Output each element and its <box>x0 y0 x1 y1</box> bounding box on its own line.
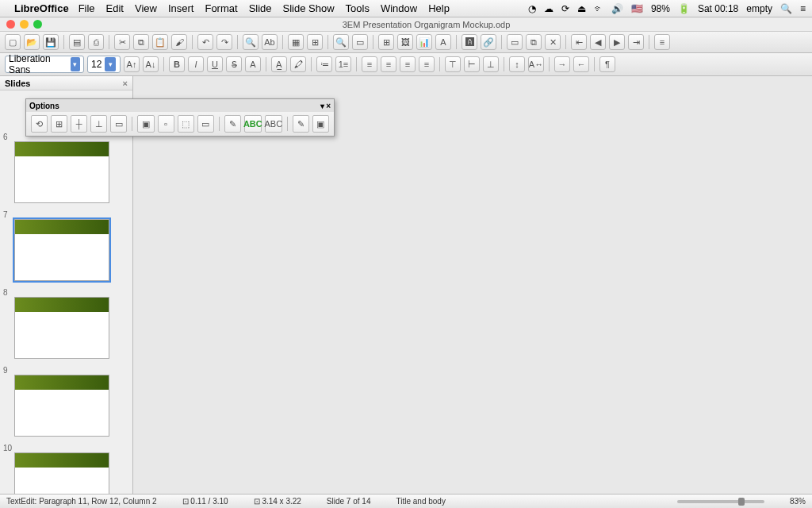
slide-thumb-7[interactable] <box>14 219 109 281</box>
app-name[interactable]: LibreOffice <box>14 2 69 14</box>
cut-button[interactable]: ✂ <box>114 34 130 50</box>
minimize-window-button[interactable] <box>20 20 29 29</box>
close-window-button[interactable] <box>6 20 15 29</box>
image-button[interactable]: 🖼 <box>397 34 413 50</box>
last-slide-button[interactable]: ⇥ <box>628 34 644 50</box>
double-click-edit-button[interactable]: ✎ <box>224 115 241 133</box>
align-right-button[interactable]: ≡ <box>400 56 416 72</box>
find-button[interactable]: 🔍 <box>243 34 259 50</box>
textbox-button[interactable]: A <box>435 34 451 50</box>
slide-layout-button[interactable]: ▭ <box>507 34 523 50</box>
open-button[interactable]: 📂 <box>24 34 40 50</box>
large-handles-button[interactable]: ✎ <box>293 115 309 133</box>
save-button[interactable]: 💾 <box>43 34 59 50</box>
shrink-font-button[interactable]: A↓ <box>143 56 159 72</box>
snap-lines-button[interactable]: ⊥ <box>90 115 107 133</box>
allow-quick-edit-button[interactable]: ⬚ <box>178 115 194 133</box>
prev-slide-button[interactable]: ◀ <box>590 34 606 50</box>
underline-button[interactable]: U <box>207 56 223 72</box>
zoom-window-button[interactable] <box>33 20 42 29</box>
options-close-icon[interactable]: × <box>326 102 331 110</box>
spelling-button[interactable]: Ab <box>262 34 278 50</box>
table-button[interactable]: ⊞ <box>378 34 394 50</box>
clone-format-button[interactable]: 🖌 <box>171 34 187 50</box>
print-button[interactable]: ⎙ <box>88 34 104 50</box>
line-spacing-button[interactable]: ↕ <box>509 56 525 72</box>
helplines-button[interactable]: ⊞ <box>307 34 323 50</box>
menu-file[interactable]: File <box>79 2 95 14</box>
battery-pct[interactable]: 98% <box>651 3 670 14</box>
paste-button[interactable]: 📋 <box>152 34 168 50</box>
snap-page-button[interactable]: ▭ <box>110 115 127 133</box>
bold-button[interactable]: B <box>169 56 185 72</box>
align-vcenter-button[interactable]: ⊢ <box>464 56 480 72</box>
user-name[interactable]: empty <box>746 3 772 14</box>
snap-object-border-button[interactable]: ▣ <box>137 115 154 133</box>
options-toolbar[interactable]: Options ▾× ⟲ ⊞ ┼ ⊥ ▭ ▣ ▫ ⬚ ▭ ✎ ABC ABC ✎… <box>25 98 335 137</box>
close-panel-icon[interactable]: × <box>123 79 128 88</box>
slide-thumb-9[interactable] <box>14 375 109 437</box>
zoom-slider[interactable] <box>677 500 764 503</box>
battery-icon[interactable]: 🔋 <box>678 3 690 14</box>
undo-button[interactable]: ↶ <box>197 34 213 50</box>
menu-format[interactable]: Format <box>205 2 237 14</box>
decrease-indent-button[interactable]: ← <box>573 56 589 72</box>
slide-thumb-8[interactable] <box>14 297 109 359</box>
more-button[interactable]: ≡ <box>654 34 670 50</box>
volume-icon[interactable]: 🔊 <box>611 3 623 14</box>
menu-tools[interactable]: Tools <box>346 2 370 14</box>
select-text-area-button[interactable]: ▭ <box>197 115 214 133</box>
spotlight-icon[interactable]: 🔍 <box>780 3 792 14</box>
strike-button[interactable]: S̶ <box>226 56 242 72</box>
grow-font-button[interactable]: A↑ <box>124 56 140 72</box>
wifi-icon[interactable]: ᯤ <box>594 3 603 14</box>
gdrive-icon[interactable]: ◔ <box>528 3 536 14</box>
next-slide-button[interactable]: ▶ <box>609 34 625 50</box>
options-header[interactable]: Options ▾× <box>26 99 334 112</box>
align-top-button[interactable]: ⊤ <box>445 56 461 72</box>
new-button[interactable]: ▢ <box>5 34 21 50</box>
font-color-button[interactable]: A̲ <box>271 56 287 72</box>
sync-icon[interactable]: ⟳ <box>561 3 569 14</box>
snap-object-points-button[interactable]: ▫ <box>158 115 174 133</box>
increase-indent-button[interactable]: → <box>554 56 570 72</box>
font-combo[interactable]: Liberation Sans▾ <box>5 56 84 73</box>
align-left-button[interactable]: ≡ <box>362 56 377 72</box>
menu-slide[interactable]: Slide <box>249 2 272 14</box>
clock[interactable]: Sat 00:18 <box>698 3 738 14</box>
menu-insert[interactable]: Insert <box>168 2 194 14</box>
cloud-icon[interactable]: ☁ <box>544 3 553 14</box>
menu-extra-icon[interactable]: ≡ <box>800 3 806 14</box>
numbering-button[interactable]: 1≡ <box>335 56 351 72</box>
presentation-button[interactable]: ▭ <box>352 34 368 50</box>
eject-icon[interactable]: ⏏ <box>577 3 586 14</box>
bullets-button[interactable]: ≔ <box>316 56 332 72</box>
modify-object-button[interactable]: ABC <box>244 115 262 133</box>
zoom-value[interactable]: 83% <box>790 497 806 506</box>
slide-thumbnails[interactable]: 6 7 8 9 10 ⊞ ▭ ⚙ ★ ▣ ⊕ ✎ <box>0 90 132 508</box>
helplines-move-button[interactable]: ┼ <box>71 115 87 133</box>
fontwork-button[interactable]: 🅰 <box>462 34 477 50</box>
grid-button[interactable]: ▦ <box>288 34 304 50</box>
exit-group-button[interactable]: ▣ <box>312 115 329 133</box>
slide-thumb-6[interactable] <box>14 141 109 203</box>
zoom-button[interactable]: 🔍 <box>333 34 349 50</box>
justify-button[interactable]: ≡ <box>419 56 435 72</box>
first-slide-button[interactable]: ⇤ <box>571 34 587 50</box>
redo-button[interactable]: ↷ <box>216 34 232 50</box>
chart-button[interactable]: 📊 <box>416 34 432 50</box>
grid-snap-button[interactable]: ⊞ <box>51 115 67 133</box>
menu-slideshow[interactable]: Slide Show <box>283 2 335 14</box>
menu-edit[interactable]: Edit <box>106 2 124 14</box>
align-center-button[interactable]: ≡ <box>381 56 396 72</box>
flag-icon[interactable]: 🇺🇸 <box>631 3 643 14</box>
copy-button[interactable]: ⧉ <box>133 34 149 50</box>
duplicate-slide-button[interactable]: ⧉ <box>526 34 542 50</box>
menu-help[interactable]: Help <box>428 2 450 14</box>
export-pdf-button[interactable]: ▤ <box>69 34 85 50</box>
highlight-button[interactable]: 🖍 <box>290 56 306 72</box>
fontsize-combo[interactable]: 12▾ <box>87 56 121 73</box>
hyperlink-button[interactable]: 🔗 <box>481 34 496 50</box>
italic-button[interactable]: I <box>188 56 204 72</box>
simple-handles-button[interactable]: ABC <box>265 115 282 133</box>
